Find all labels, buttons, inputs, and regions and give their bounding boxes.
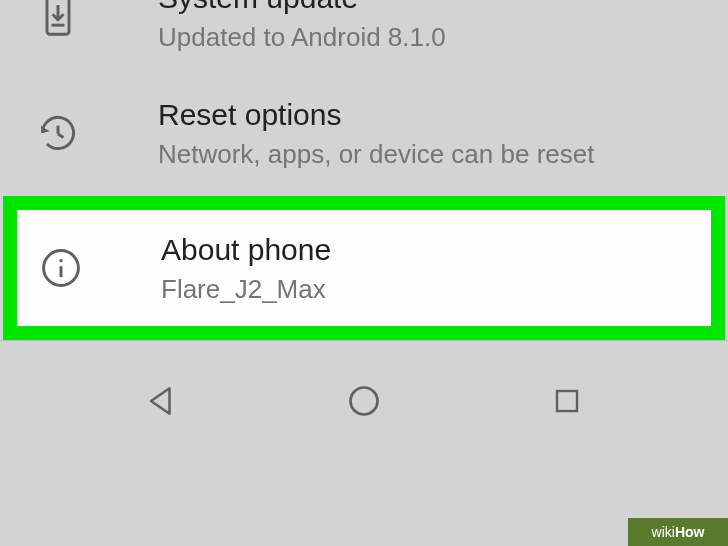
settings-item-reset-options[interactable]: Reset options Network, apps, or device c… [0, 75, 728, 192]
highlighted-item: About phone Flare_J2_Max [3, 196, 725, 341]
navigation-bar [0, 361, 728, 441]
svg-rect-10 [557, 391, 577, 411]
setting-subtitle: Flare_J2_Max [161, 273, 711, 307]
watermark-suffix: How [675, 524, 705, 540]
divider [0, 340, 728, 341]
settings-item-system-update[interactable]: System update Updated to Android 8.1.0 [0, 0, 728, 75]
nav-home-button[interactable] [309, 371, 419, 431]
system-update-icon [34, 0, 82, 40]
nav-back-button[interactable] [106, 371, 216, 431]
settings-item-text: System update Updated to Android 8.1.0 [158, 0, 728, 55]
info-icon [37, 244, 85, 292]
svg-marker-8 [151, 389, 169, 415]
setting-subtitle: Network, apps, or device can be reset [158, 138, 728, 172]
settings-list: System update Updated to Android 8.1.0 R… [0, 0, 728, 441]
setting-title: Reset options [158, 95, 728, 134]
svg-point-9 [350, 388, 377, 415]
svg-point-6 [59, 259, 62, 262]
settings-item-text: About phone Flare_J2_Max [161, 230, 711, 307]
settings-item-text: Reset options Network, apps, or device c… [158, 95, 728, 172]
svg-line-4 [58, 134, 64, 138]
settings-item-about-phone[interactable]: About phone Flare_J2_Max [17, 210, 711, 327]
watermark-prefix: wiki [652, 524, 675, 540]
setting-subtitle: Updated to Android 8.1.0 [158, 21, 728, 55]
setting-title: System update [158, 0, 728, 17]
wikihow-watermark: wikiHow [612, 518, 728, 546]
setting-title: About phone [161, 230, 711, 269]
reset-icon [34, 109, 82, 157]
nav-recent-button[interactable] [512, 371, 622, 431]
